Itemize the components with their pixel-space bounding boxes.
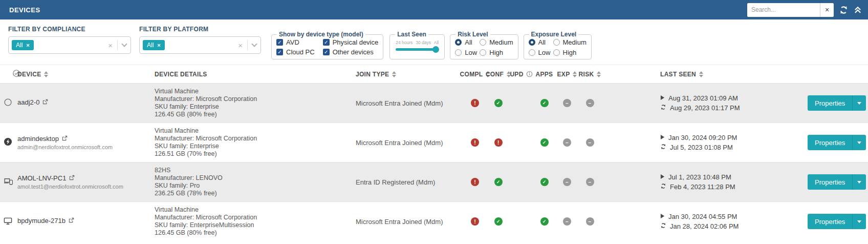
compl-status-icon	[471, 178, 479, 186]
radio-label: All	[538, 38, 546, 46]
checkbox-label: Other devices	[333, 48, 374, 56]
last-seen-slider[interactable]	[396, 48, 437, 51]
slider-handle[interactable]	[432, 46, 439, 53]
properties-button[interactable]: Properties	[808, 214, 853, 229]
radio-risk-all[interactable]: All	[455, 38, 480, 46]
filter-chip[interactable]: All ×	[12, 40, 34, 50]
properties-button[interactable]: Properties	[808, 174, 853, 190]
clear-selection-icon[interactable]: ×	[238, 41, 243, 50]
collapse-up-icon[interactable]	[854, 6, 862, 14]
radio-exposure-all[interactable]: All	[529, 38, 553, 46]
platform-filter: FILTER BY PLATFORM All × ×	[139, 25, 261, 65]
checkbox-other-devices[interactable]: Other devices	[323, 48, 379, 56]
column-header-join-type[interactable]: JOIN TYPE	[356, 71, 463, 78]
detail-line: Virtual Machine	[155, 127, 352, 135]
last-seen-time: Jul 1, 2023 10:48 PM	[668, 172, 731, 182]
detail-line: SKU family: EnterpriseMultisession	[155, 221, 352, 229]
platform-filter-select[interactable]: All × ×	[139, 36, 261, 54]
radio-icon	[553, 39, 560, 46]
apps-status-icon	[540, 99, 549, 107]
properties-dropdown-button[interactable]	[853, 174, 866, 190]
play-icon	[660, 93, 665, 103]
external-link-icon[interactable]	[69, 217, 74, 225]
properties-dropdown-button[interactable]	[853, 214, 866, 229]
search-clear-button[interactable]: ×	[820, 3, 834, 17]
column-header-conf[interactable]: CONF	[487, 71, 510, 78]
info-icon[interactable]	[526, 71, 533, 77]
clear-selection-icon[interactable]: ×	[108, 41, 113, 50]
risk-level-legend: Risk Level	[455, 31, 490, 38]
column-header-compl[interactable]: COMPL	[463, 71, 487, 78]
page-title: DEVICES	[9, 6, 40, 14]
radio-icon	[529, 39, 535, 46]
table-row[interactable]: admindesktop admin@nerdiofoxtrot.onmicro…	[0, 123, 868, 162]
sort-icon[interactable]	[699, 71, 703, 77]
column-header-upd: UPD	[510, 71, 533, 78]
column-header-risk[interactable]: RISK	[578, 71, 601, 78]
table-row[interactable]: bpdymude-271b Virtual Machine Manufactur…	[0, 201, 868, 241]
page-header: DEVICES ×	[0, 0, 868, 19]
chip-remove-icon[interactable]: ×	[157, 42, 160, 48]
radio-risk-high[interactable]: High	[480, 49, 513, 56]
sort-icon[interactable]	[392, 71, 396, 77]
detail-line: 82HS	[155, 167, 352, 174]
radio-label: Medium	[563, 38, 587, 46]
checkbox-label: AVD	[286, 38, 299, 46]
join-type: Microsoft Entra Joined (Mdm)	[356, 99, 463, 107]
device-user-email: admin@nerdiofoxtrot.onmicrosoft.com	[17, 144, 155, 150]
checkbox-icon	[323, 49, 330, 55]
radio-label: High	[489, 49, 503, 56]
caret-down-icon	[857, 102, 861, 105]
radio-risk-medium[interactable]: Medium	[480, 38, 513, 46]
radio-label: Medium	[489, 38, 513, 46]
conf-status-icon	[494, 178, 503, 186]
sort-icon[interactable]	[597, 71, 601, 77]
device-icon-circle-outline	[4, 98, 12, 108]
column-header-device[interactable]: DEVICE	[17, 71, 155, 78]
checkbox-avd[interactable]: AVD	[276, 38, 315, 46]
column-label: UPD	[510, 71, 523, 78]
device-name-link[interactable]: bpdymude-271b	[17, 217, 66, 225]
filter-chip[interactable]: All ×	[143, 40, 165, 50]
device-name-link[interactable]: aadj2-0	[17, 98, 39, 106]
sort-icon[interactable]	[573, 71, 577, 77]
detail-line: SKU family: Enterprise	[155, 143, 352, 150]
external-link-icon[interactable]	[42, 98, 48, 106]
radio-risk-low[interactable]: Low	[455, 49, 480, 56]
chip-label: All	[147, 42, 154, 49]
device-name-link[interactable]: AMOL-LNV-PC1	[17, 174, 66, 182]
compl-status-icon	[471, 138, 479, 147]
refresh-icon[interactable]	[839, 5, 849, 15]
last-sync-time: Feb 4, 2023 11:28 PM	[670, 182, 735, 192]
device-name-link[interactable]: admindesktop	[17, 135, 59, 143]
sort-icon[interactable]	[44, 71, 48, 77]
radio-label: All	[465, 38, 472, 46]
column-label: DEVICE	[17, 71, 41, 78]
column-label: CONF	[486, 71, 504, 78]
column-header-exp[interactable]: EXP	[556, 71, 578, 78]
compliance-filter-select[interactable]: All × ×	[8, 36, 131, 54]
properties-dropdown-button[interactable]	[853, 95, 866, 111]
checkbox-physical-device[interactable]: Physical device	[323, 38, 379, 46]
detail-line: Manufacturer: LENOVO	[155, 174, 352, 182]
table-row[interactable]: AMOL-LNV-PC1 amol.test1@nerdiofoxtrot.on…	[0, 162, 868, 201]
column-header-last-seen[interactable]: LAST SEEN	[601, 71, 804, 78]
properties-dropdown-button[interactable]	[853, 135, 866, 150]
chevron-down-icon[interactable]	[121, 41, 127, 47]
checkbox-cloud-pc[interactable]: Cloud PC	[276, 48, 315, 56]
detail-line: SKU family: Enterprise	[155, 103, 352, 111]
column-header-device-details: DEVICE DETAILS	[155, 71, 356, 78]
chevron-down-icon[interactable]	[251, 41, 257, 47]
search-input[interactable]	[747, 3, 820, 17]
properties-button[interactable]: Properties	[808, 95, 853, 111]
play-icon	[660, 212, 665, 221]
external-link-icon[interactable]	[62, 135, 68, 143]
external-link-icon[interactable]	[69, 174, 75, 182]
radio-exposure-medium[interactable]: Medium	[553, 38, 587, 46]
radio-exposure-low[interactable]: Low	[529, 49, 553, 56]
radio-exposure-high[interactable]: High	[553, 49, 587, 56]
detail-line: Virtual Machine	[155, 88, 352, 95]
chip-remove-icon[interactable]: ×	[26, 42, 29, 48]
properties-button[interactable]: Properties	[808, 135, 853, 150]
table-row[interactable]: aadj2-0 Virtual Machine Manufacturer: Mi…	[0, 83, 868, 123]
